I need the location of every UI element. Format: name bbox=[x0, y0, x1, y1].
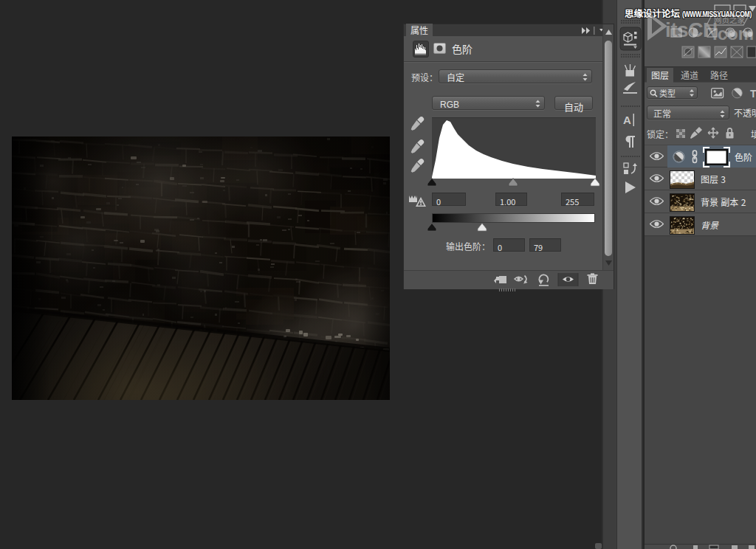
svg-text:T: T bbox=[750, 88, 756, 100]
svg-text:itsCN: itsCN bbox=[665, 18, 718, 41]
svg-text:A: A bbox=[623, 114, 631, 126]
svg-text:网页之家: 网页之家 bbox=[714, 14, 745, 25]
svg-text:.com: .com bbox=[712, 24, 754, 44]
